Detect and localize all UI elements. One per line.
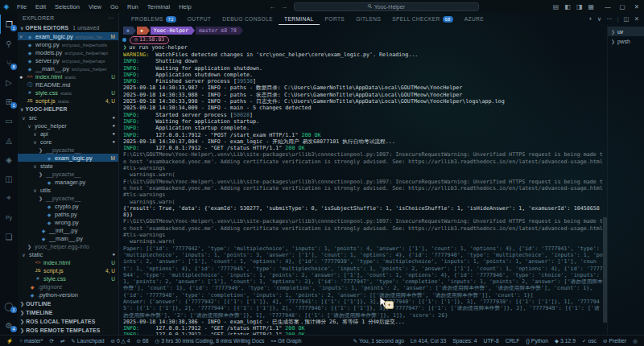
panel-tab-debug-console[interactable]: DEBUG CONSOLE xyxy=(217,13,279,25)
section-outline[interactable]: ❯OUTLINE xyxy=(18,299,118,308)
open-editor-item[interactable]: #style.cssstaticU xyxy=(18,89,118,97)
tree-folder[interactable]: ∨yooc_helper● xyxy=(18,122,118,130)
panel-tab-azure[interactable]: AZURE xyxy=(459,13,489,25)
open-editor-item[interactable]: JSscript.jsstatic4, U xyxy=(18,97,118,105)
open-editor-item[interactable]: ◆models.pysrc\yooc_helper\api xyxy=(18,48,118,56)
menu-run[interactable]: Run xyxy=(123,2,142,12)
tree-file[interactable]: ◆.python-version xyxy=(18,290,118,299)
wakatime-item[interactable]: ◷3 hrs 30 mins Coding, 8 mins Writing Do… xyxy=(152,338,268,344)
unsaved-dot-icon[interactable]: ● xyxy=(18,74,24,80)
terminal-output[interactable]: ❖◆Yooc-Helpermaster ≡8 ?8◷13:58:03❯uv ru… xyxy=(119,25,603,335)
tree-file[interactable]: ◆__main__.py xyxy=(18,234,118,242)
source-control-icon[interactable]: ⑂8 xyxy=(0,53,18,72)
scrollbar-thumb[interactable] xyxy=(603,217,607,323)
toggle-panel-icon[interactable]: ▤ xyxy=(553,3,559,10)
tree-file[interactable]: ◆.gitignore xyxy=(18,282,118,290)
encoding[interactable]: UTF-8 xyxy=(480,338,502,344)
language-mode[interactable]: {}Python xyxy=(523,338,552,344)
new-terminal-icon[interactable]: + xyxy=(588,15,592,23)
menu-view[interactable]: View xyxy=(85,2,105,12)
regex-search-icon[interactable]: ⌖ xyxy=(0,188,18,208)
open-editor-item[interactable]: ⓘREADME.md xyxy=(18,80,118,89)
sync-icon[interactable]: ⟳ xyxy=(46,338,56,344)
tree-folder[interactable]: ∨api● xyxy=(18,130,118,138)
search-icon[interactable]: ⚲ xyxy=(0,34,18,53)
python-icon[interactable]: Py xyxy=(0,208,18,227)
notifications-bell-icon[interactable]: ◎ xyxy=(630,338,641,344)
panel-tab-ports[interactable]: PORTS xyxy=(320,13,351,25)
prettier-item[interactable]: ⊘Prettier xyxy=(600,338,630,344)
testing-icon[interactable]: ◬ xyxy=(0,130,18,150)
close-button[interactable]: ✕ xyxy=(630,2,644,12)
toggle-sidebar-icon[interactable]: ◧ xyxy=(564,3,571,10)
terminal-scrollbar[interactable] xyxy=(603,25,607,335)
panel-tab-gitlens[interactable]: GITLENS xyxy=(350,13,386,25)
tree-folder[interactable]: ❯__pycache__ xyxy=(18,146,118,154)
cursor-position[interactable]: Ln 414, Col 33 xyxy=(407,338,449,344)
blame-item[interactable]: ✎You, 1 second ago xyxy=(350,338,408,344)
customize-layout-icon[interactable]: ▦ xyxy=(588,3,594,10)
tree-folder[interactable]: ∨state xyxy=(18,162,118,170)
spell-count-item[interactable]: ⊙68 xyxy=(133,338,151,344)
tree-folder[interactable]: ∨src● xyxy=(18,113,118,122)
menu-terminal[interactable]: Terminal xyxy=(143,2,174,12)
tree-file[interactable]: ◆exam_logic.pyM xyxy=(18,154,118,162)
extensions-icon[interactable]: ⊞1 xyxy=(0,92,18,111)
tree-folder[interactable]: ❯__pycache__ xyxy=(18,194,118,202)
problems-item[interactable]: ⊘0 △ 4 xyxy=(107,338,133,344)
open-editor-item[interactable]: ✕◆exam_logic.pysrc\yooc_helper\coreM xyxy=(18,32,118,40)
remote-explorer-icon[interactable]: ▭ xyxy=(0,111,18,130)
settings-gear-icon[interactable]: ⚙4 xyxy=(0,315,18,335)
close-panel-icon[interactable]: ✕ xyxy=(634,15,639,23)
history-nav-icons[interactable]: ← → xyxy=(270,3,289,10)
git-graph-item[interactable]: ⊶Git Graph xyxy=(267,338,304,344)
menu-file[interactable]: File xyxy=(13,2,31,12)
open-editor-item[interactable]: ●<>index.htmlstaticU xyxy=(18,72,118,80)
terminal-dropdown-icon[interactable]: ∨ xyxy=(597,15,602,23)
command-center-search[interactable]: ⚲ Yooc-Helper xyxy=(294,2,479,11)
panel-tab-problems[interactable]: PROBLEMS72 xyxy=(126,13,182,25)
tree-folder[interactable]: ∨utils xyxy=(18,186,118,194)
minimize-button[interactable]: — xyxy=(601,2,615,12)
git-branch-item[interactable]: ⑂master* xyxy=(16,338,46,344)
docker-icon[interactable]: ◫ xyxy=(0,169,18,188)
section-timeline[interactable]: ❯TIMELINE xyxy=(18,308,118,317)
indentation[interactable]: Spaces: 4 xyxy=(449,338,480,344)
menu-go[interactable]: Go xyxy=(106,2,122,12)
section-ros-remote-templates[interactable]: ❯ROS REMOTE TEMPLATES xyxy=(18,326,118,335)
python-interpreter[interactable]: ◆3.12.9 xyxy=(551,338,579,344)
tree-file[interactable]: ◆crypto.py xyxy=(18,202,118,210)
tree-file[interactable]: ◆manager.py xyxy=(18,178,118,186)
account-icon[interactable]: ◯1 xyxy=(0,296,18,315)
venv-item[interactable]: ✓osc xyxy=(579,338,600,344)
toggle-secondary-sidebar-icon[interactable]: ◨ xyxy=(576,3,583,10)
tree-file[interactable]: JSscript.js4, U xyxy=(18,266,118,274)
more-actions-icon[interactable]: ⋯ xyxy=(606,15,613,23)
panel-tab-output[interactable]: OUTPUT xyxy=(182,13,217,25)
open-editor-item[interactable]: ◆wrong.pysrc\yooc_helper\utils xyxy=(18,40,118,48)
maximize-button[interactable]: ▢ xyxy=(615,2,630,12)
tree-folder[interactable]: ∨core● xyxy=(18,138,118,146)
tree-folder[interactable]: ❯yooc_helper.egg-info xyxy=(18,242,118,250)
section-ros-local-templates[interactable]: ❯ROS LOCAL TEMPLATES xyxy=(18,317,118,326)
gitlens-icon[interactable]: ◈ xyxy=(0,150,18,169)
explorer-more-actions-icon[interactable]: ⋯ xyxy=(108,15,114,22)
tree-file[interactable]: #style.cssU xyxy=(18,274,118,282)
menu-help[interactable]: Help xyxy=(175,2,195,12)
menu-selection[interactable]: Selection xyxy=(51,2,84,12)
terminal-tab-pwsh[interactable]: ❯pwsh xyxy=(608,36,644,46)
tree-file[interactable]: <>index.htmlU xyxy=(18,258,118,266)
tree-folder[interactable]: ❯__pycache__ xyxy=(18,170,118,178)
project-manager-icon[interactable]: ❏ xyxy=(0,227,18,246)
tree-folder[interactable]: ∨static● xyxy=(18,250,118,258)
launchpad-item[interactable]: ✎Launchpad xyxy=(68,338,107,344)
eol[interactable]: CRLF xyxy=(502,338,523,344)
open-editors-header[interactable]: ∨ OPEN EDITORS 1 unsaved xyxy=(18,23,118,32)
split-terminal-icon[interactable]: ◫ xyxy=(624,15,630,23)
explorer-icon[interactable]: ❐1 xyxy=(0,14,18,34)
remote-window-icon[interactable]: ⚡ xyxy=(3,338,16,344)
run-debug-icon[interactable]: ▷ xyxy=(0,72,18,92)
panel-tab-spell-checker[interactable]: SPELL CHECKER68 xyxy=(386,13,458,25)
compare-icon[interactable]: ⇄ xyxy=(57,338,68,344)
tree-file[interactable]: ◆__init__.py xyxy=(18,226,118,234)
